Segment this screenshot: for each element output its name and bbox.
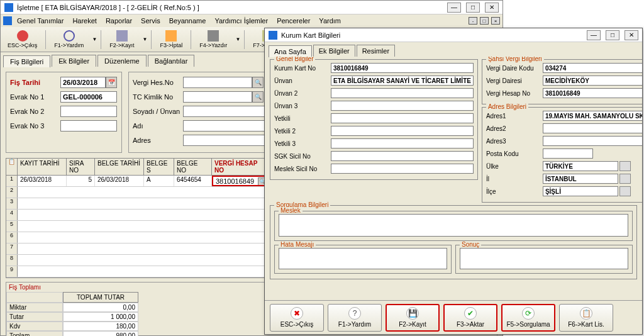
col-belge-no[interactable]: BELGE NO <box>174 159 212 175</box>
mdi-restore-button[interactable]: □ <box>480 17 489 25</box>
main-title: İşletme [ ETA BİLGİSAYAR/2018 ] - [ 2-GE… <box>17 4 447 11</box>
adres3-input[interactable] <box>543 136 642 146</box>
tab-ana-sayfa[interactable]: Ana Sayfa <box>269 45 312 57</box>
dropdown-icon[interactable]: ▼ <box>92 36 97 42</box>
menu-icon <box>3 16 12 25</box>
vergi-daire-kodu-input[interactable]: 034274 <box>543 63 642 73</box>
tab-duzenleme[interactable]: Düzenleme <box>97 55 147 67</box>
dialog-close-button[interactable]: ✕ <box>625 30 638 40</box>
menu-item[interactable]: Hareket <box>69 16 101 26</box>
tab-fis-bilgileri[interactable]: Fiş Bilgileri <box>3 55 50 67</box>
menu-item[interactable]: Raporlar <box>102 16 136 26</box>
toolbar-save[interactable]: F2->Kayıt <box>105 28 138 50</box>
menu-item[interactable]: Yardım <box>315 16 345 26</box>
col-belge-s[interactable]: BELGE S <box>144 159 174 175</box>
adres2-input[interactable] <box>543 123 642 133</box>
dialog-f1-yard-m-button[interactable]: ?F1->Yardım <box>328 304 382 332</box>
form-left-group: Fiş Tarihi26/03/2018📅 Evrak No 1GEL-0000… <box>6 72 122 153</box>
yetkili2-input[interactable] <box>331 126 474 136</box>
vergi-hes-input[interactable] <box>183 77 252 88</box>
sahsi-vergi-group: Şahsi Vergi Bilgileri Vergi Daire Kodu03… <box>482 59 642 104</box>
col-sira[interactable]: SIRA NO <box>67 159 95 175</box>
close-button[interactable]: ✕ <box>485 3 499 13</box>
posta-kodu-input[interactable] <box>543 148 593 159</box>
tc-label: TC Kimlik No <box>133 93 183 101</box>
evrak2-label: Evrak No 2 <box>10 108 60 115</box>
tab-ek-bilgiler[interactable]: Ek Bilgiler <box>313 45 355 57</box>
menu-item[interactable]: Servis <box>137 16 164 26</box>
tc-input[interactable] <box>183 91 252 103</box>
soyadi-label: Soyadı / Ünvan <box>133 108 183 115</box>
adres1-input[interactable]: 19.MAYIS MAH. SAMANYOLU SK. 3 ŞİŞLİ İSTA… <box>543 111 642 121</box>
toolbar-print[interactable]: F4->Yazdır <box>195 28 231 50</box>
tab-resimler[interactable]: Resimler <box>357 45 395 57</box>
hata-textarea[interactable] <box>279 248 447 269</box>
adres-bilgileri-group: Adres Bilgileri Adres119.MAYIS MAH. SAMA… <box>482 107 642 203</box>
evrak3-input[interactable] <box>60 120 117 132</box>
kurum-kart-dialog: Kurum Kart Bilgileri — □ ✕ Ana Sayfa Ek … <box>264 28 643 335</box>
vergi-hes-label: Vergi Hes.No <box>133 79 183 86</box>
unvan-input[interactable]: ETA BİLGİSAYAR SANAYİ VE TİCARET LİMİTE <box>331 76 474 86</box>
vergi-dairesi-input[interactable]: MECİDİYEKÖY <box>543 76 642 86</box>
calendar-icon[interactable]: 📅 <box>106 77 117 88</box>
dropdown-icon[interactable]: ▼ <box>235 36 240 42</box>
ulke-input[interactable]: TÜRKİYE <box>543 161 618 171</box>
evrak1-input[interactable]: GEL-000006 <box>60 91 117 103</box>
toolbar-exit[interactable]: ESC->Çıkış <box>3 28 42 50</box>
genel-bilgiler-group: Genel Bilgiler Kurum Kart No3810016849 Ü… <box>270 59 478 180</box>
tab-baglantilar[interactable]: Bağlantılar <box>148 55 195 67</box>
toolbar-cancel[interactable]: F3->İptal <box>155 28 187 50</box>
sgk-input[interactable] <box>331 151 474 161</box>
ulke-lookup-icon[interactable] <box>619 161 631 171</box>
dialog-title: Kurum Kart Bilgileri <box>281 31 587 39</box>
vergi-hesap-input[interactable]: 3810016849 <box>543 88 642 98</box>
ilce-lookup-icon[interactable] <box>619 186 631 196</box>
dialog-f5-sorgulama-button[interactable]: ⟳F5->Sorgulama <box>501 304 555 332</box>
toolbar-help[interactable]: F1->Yardım <box>50 28 88 50</box>
dropdown-icon[interactable]: ▼ <box>143 36 148 42</box>
unvan2-input[interactable] <box>331 88 474 98</box>
minimize-button[interactable]: — <box>447 3 461 13</box>
fis-tarihi-input[interactable]: 26/03/2018 <box>60 77 106 88</box>
mdi-min-button[interactable]: - <box>469 17 477 25</box>
dialog-toolbar: ✖ESC->Çıkış?F1->Yardım💾F2->Kayıt✔F3->Akt… <box>265 300 642 334</box>
meslek-sicil-input[interactable] <box>331 164 474 174</box>
grid-corner[interactable]: 📋 <box>6 159 18 175</box>
dialog-f6-kart-lis--button[interactable]: 📋F6->Kart Lis. <box>559 304 613 332</box>
sonuc-textarea[interactable] <box>460 248 628 269</box>
dialog-titlebar: Kurum Kart Bilgileri — □ ✕ <box>265 28 642 42</box>
dialog-tabs: Ana Sayfa Ek Bilgiler Resimler <box>265 42 642 57</box>
yetkili3-input[interactable] <box>331 138 474 148</box>
col-kayit-tarihi[interactable]: KAYIT TARİHİ <box>18 159 67 175</box>
menu-item[interactable]: Beyanname <box>165 16 210 26</box>
main-menubar: Genel Tanımlar Hareket Raporlar Servis B… <box>1 14 502 27</box>
dialog-esc-k--button[interactable]: ✖ESC->Çıkış <box>270 304 324 332</box>
mdi-close-button[interactable]: × <box>491 17 500 25</box>
lookup-icon[interactable]: 🔍 <box>252 91 264 103</box>
col-vergi-hesap[interactable]: VERGİ HESAP NO <box>212 159 270 175</box>
evrak2-input[interactable] <box>60 106 117 117</box>
meslek-textarea[interactable] <box>279 214 628 237</box>
app-icon <box>4 3 13 12</box>
il-input[interactable]: İSTANBUL <box>543 174 618 184</box>
menu-item[interactable]: Genel Tanımlar <box>13 16 67 26</box>
dialog-f2-kay-t-button[interactable]: 💾F2->Kayıt <box>386 304 440 332</box>
dialog-maximize-button[interactable]: □ <box>606 30 619 40</box>
dialog-f3-aktar-button[interactable]: ✔F3->Aktar <box>443 304 497 332</box>
menu-item[interactable]: Pencereler <box>273 16 314 26</box>
lookup-icon[interactable]: 🔍 <box>252 77 264 88</box>
maximize-button[interactable]: □ <box>466 3 480 13</box>
menu-item[interactable]: Yardımcı İşlemler <box>211 16 272 26</box>
unvan3-input[interactable] <box>331 101 474 111</box>
adres-label: Adres <box>133 137 183 144</box>
dialog-minimize-button[interactable]: — <box>587 30 601 40</box>
ilce-input[interactable]: ŞİŞLİ <box>543 186 618 196</box>
col-belge-tarihi[interactable]: BELGE TARİHİ <box>95 159 144 175</box>
evrak1-label: Evrak No 1 <box>10 93 60 101</box>
yetkili-input[interactable] <box>331 113 474 123</box>
il-lookup-icon[interactable] <box>619 174 631 184</box>
totals-header: TOPLAM TUTAR <box>63 292 138 303</box>
tab-ek-bilgiler[interactable]: Ek Bilgiler <box>52 55 96 67</box>
fis-tarihi-label: Fiş Tarihi <box>10 79 60 86</box>
kurum-kart-input[interactable]: 3810016849 <box>331 63 474 73</box>
